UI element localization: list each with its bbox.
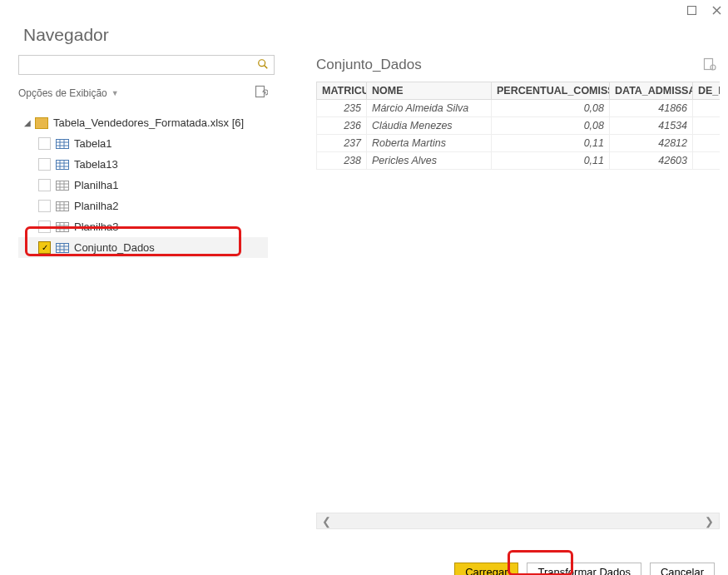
checkbox[interactable]	[38, 200, 51, 212]
tree-item-conjunto-dados[interactable]: ✓ Conjunto_Dados	[18, 237, 268, 258]
table-icon	[56, 160, 69, 170]
cell	[693, 135, 721, 152]
checkbox[interactable]	[38, 137, 51, 150]
tree-item-label: Planilha2	[74, 200, 119, 212]
transform-button[interactable]: Transformar Dados	[527, 563, 641, 575]
cell	[693, 152, 721, 170]
tree-item-label: Conjunto_Dados	[74, 241, 155, 254]
cell: Roberta Martins	[367, 135, 492, 152]
load-button[interactable]: Carregar	[454, 563, 518, 575]
cell: 0,11	[492, 152, 610, 170]
display-options-dropdown[interactable]: Opções de Exibição ▼	[18, 87, 119, 99]
preview-title: Conjunto_Dados	[316, 57, 422, 73]
svg-rect-0	[687, 6, 696, 14]
col-nome[interactable]: NOME	[367, 82, 492, 100]
tree-item-label: Planilha3	[74, 221, 119, 233]
col-matricula[interactable]: MATRICULA	[317, 82, 367, 100]
search-input-container[interactable]	[18, 55, 275, 75]
svg-rect-11	[57, 160, 69, 169]
cell: 235	[317, 100, 367, 117]
tree-item-planilha2[interactable]: Planilha2	[18, 196, 268, 216]
search-input[interactable]	[22, 58, 257, 72]
cell: 238	[317, 152, 367, 170]
cell: Pericles Alves	[367, 152, 492, 170]
table-row[interactable]: 237 Roberta Martins 0,11 42812	[317, 135, 721, 152]
table-row[interactable]: 236 Cláudia Menezes 0,08 41534	[317, 117, 721, 135]
cell: 237	[317, 135, 367, 152]
caret-down-icon[interactable]: ◢	[23, 118, 32, 127]
checkbox[interactable]	[38, 221, 51, 233]
cell: 0,08	[492, 100, 610, 117]
cancel-button[interactable]: Cancelar	[650, 563, 715, 575]
svg-rect-6	[57, 139, 69, 148]
maximize-icon[interactable]	[686, 5, 696, 15]
col-percentual[interactable]: PERCENTUAL_COMISSAO	[492, 82, 610, 100]
scroll-right-icon[interactable]: ❯	[700, 515, 719, 528]
tree-root-file[interactable]: ◢ Tabela_Vendedores_Formatada.xlsx [6]	[18, 112, 268, 133]
svg-rect-36	[705, 58, 713, 69]
cell: 42603	[610, 152, 693, 170]
tree-root-label: Tabela_Vendedores_Formatada.xlsx [6]	[53, 116, 244, 129]
checkbox[interactable]	[38, 179, 51, 191]
preview-table: MATRICULA NOME PERCENTUAL_COMISSAO DATA_…	[316, 82, 720, 170]
table-icon	[56, 201, 69, 211]
chevron-down-icon: ▼	[111, 89, 119, 97]
refresh-icon[interactable]	[255, 85, 268, 101]
cell: Márcio Almeida Silva	[367, 100, 492, 117]
table-icon	[56, 139, 69, 149]
scroll-left-icon[interactable]: ❮	[317, 515, 336, 528]
cell: 42812	[610, 135, 693, 152]
tree-item-label: Tabela13	[74, 158, 118, 171]
tree-item-tabela13[interactable]: Tabela13	[18, 154, 268, 175]
checkbox[interactable]	[38, 158, 51, 171]
cell	[693, 117, 721, 135]
tree-item-tabela1[interactable]: Tabela1	[18, 133, 268, 154]
cell: 236	[317, 117, 367, 135]
table-icon	[56, 243, 69, 253]
svg-line-4	[265, 65, 268, 68]
svg-point-3	[259, 59, 265, 66]
table-icon	[56, 181, 69, 191]
table-row[interactable]: 235 Márcio Almeida Silva 0,08 41866	[317, 100, 721, 117]
col-data[interactable]: DATA_ADMISSAO	[610, 82, 693, 100]
close-icon[interactable]	[711, 5, 721, 15]
svg-rect-31	[57, 243, 69, 252]
svg-rect-21	[57, 201, 69, 211]
checkbox-checked[interactable]: ✓	[38, 241, 51, 254]
cell: 41534	[610, 117, 693, 135]
svg-rect-26	[57, 222, 69, 231]
cell: 41866	[610, 100, 693, 117]
cell: Cláudia Menezes	[367, 117, 492, 135]
horizontal-scrollbar[interactable]: ❮ ❯	[316, 513, 720, 529]
svg-rect-16	[57, 181, 69, 190]
refresh-preview-icon[interactable]	[703, 57, 716, 73]
cell	[693, 100, 721, 117]
cell: 0,08	[492, 117, 610, 135]
col-de[interactable]: DE_I	[693, 82, 721, 100]
display-options-label: Opções de Exibição	[18, 87, 107, 99]
cell: 0,11	[492, 135, 610, 152]
tree-item-planilha3[interactable]: Planilha3	[18, 216, 268, 237]
tree-item-planilha1[interactable]: Planilha1	[18, 175, 268, 196]
table-icon	[56, 222, 69, 232]
page-title: Navegador	[0, 20, 728, 53]
tree-item-label: Tabela1	[74, 137, 112, 150]
search-icon[interactable]	[257, 58, 269, 72]
table-row[interactable]: 238 Pericles Alves 0,11 42603	[317, 152, 721, 170]
tree-item-label: Planilha1	[74, 179, 119, 191]
folder-icon	[35, 117, 48, 129]
